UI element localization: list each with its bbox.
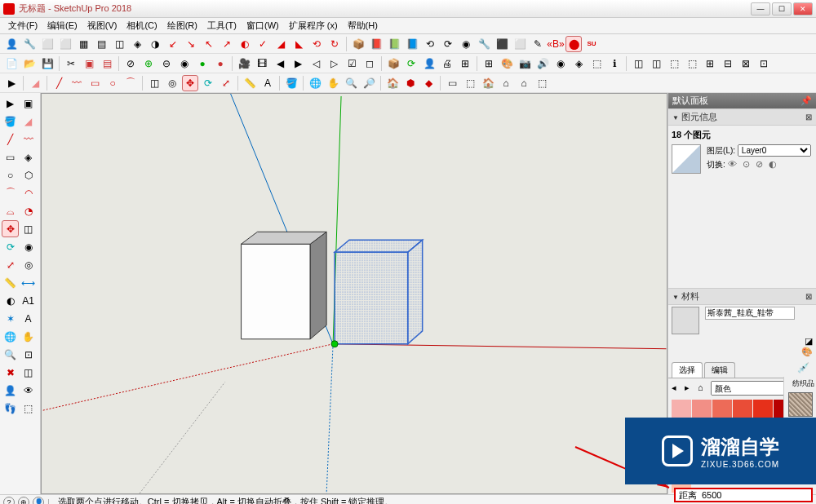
scale-tool[interactable]: ⤢: [2, 256, 19, 273]
scale-icon[interactable]: ⤢: [218, 75, 234, 91]
paint-icon[interactable]: 🪣: [283, 75, 299, 91]
close-icon[interactable]: ⊠: [805, 113, 812, 122]
move-icon[interactable]: ✥: [182, 75, 198, 91]
tool-icon[interactable]: 📕: [368, 36, 384, 52]
camera-icon[interactable]: 📷: [517, 55, 533, 72]
arc-tool[interactable]: ⌒: [2, 184, 19, 201]
cut-icon[interactable]: ✂: [63, 55, 79, 72]
tool-icon[interactable]: ⊘: [122, 55, 139, 72]
tool-icon[interactable]: ◻: [361, 55, 378, 72]
color-swatch[interactable]: [692, 400, 712, 418]
tool-icon[interactable]: ⌂: [516, 75, 532, 91]
eraser-icon[interactable]: ◢: [27, 75, 43, 91]
tool-icon[interactable]: 👤: [3, 36, 20, 52]
view-icon[interactable]: ⊡: [756, 55, 772, 72]
tool-icon[interactable]: 🏠: [384, 75, 401, 91]
freehand-tool[interactable]: 〰: [20, 130, 37, 148]
position-tool[interactable]: 👤: [2, 382, 19, 399]
tool-icon[interactable]: ◐: [237, 36, 253, 52]
tool-icon[interactable]: 🏠: [480, 75, 496, 91]
arc2-tool[interactable]: ◠: [20, 184, 37, 201]
entity-info-header[interactable]: ▼图元信息 ⊠: [668, 108, 816, 126]
tool-icon[interactable]: ⟲: [422, 36, 438, 52]
pie-tool[interactable]: ◔: [20, 202, 37, 219]
save-icon[interactable]: 💾: [39, 55, 55, 72]
tab-edit[interactable]: 编辑: [704, 362, 735, 378]
menu-extensions[interactable]: 扩展程序 (x): [284, 20, 343, 32]
menu-view[interactable]: 视图(V): [82, 20, 122, 32]
zoom-tool[interactable]: 🔍: [2, 346, 19, 363]
tool-icon[interactable]: 🔊: [534, 55, 551, 72]
menu-edit[interactable]: 编辑(E): [42, 20, 82, 32]
orbit-icon[interactable]: 🌐: [307, 75, 323, 91]
component-tool[interactable]: ▣: [20, 95, 37, 112]
tool-icon[interactable]: ◆: [420, 75, 437, 91]
menu-camera[interactable]: 相机(C): [122, 20, 162, 32]
polygon-tool[interactable]: ⬡: [20, 166, 37, 183]
offset-icon[interactable]: ◎: [164, 75, 180, 91]
color-swatch[interactable]: [672, 400, 691, 418]
orbit-tool[interactable]: 🌐: [2, 328, 19, 345]
print-icon[interactable]: 🖨: [439, 55, 455, 72]
tool-icon[interactable]: ▤: [93, 36, 109, 52]
color-swatch[interactable]: [753, 400, 773, 418]
current-material-swatch[interactable]: [672, 307, 699, 334]
tool-icon[interactable]: ◀: [272, 55, 288, 72]
tool-icon[interactable]: ⟳: [403, 55, 419, 72]
tool-icon[interactable]: ⌂: [498, 75, 514, 91]
tool-icon[interactable]: 🎥: [236, 55, 252, 72]
tool-icon[interactable]: ◉: [458, 36, 474, 52]
tool-icon[interactable]: ⊕: [140, 55, 157, 72]
text-tool[interactable]: A1: [20, 292, 37, 309]
tape-icon[interactable]: 📏: [242, 75, 258, 91]
pushpull-icon[interactable]: ◫: [146, 75, 162, 91]
axes-tool[interactable]: ✶: [2, 310, 19, 327]
tool-icon[interactable]: 📘: [404, 36, 420, 52]
tool-icon[interactable]: ◈: [129, 36, 145, 52]
tool-icon[interactable]: ◢: [273, 36, 289, 52]
tool-icon[interactable]: ☑: [344, 55, 360, 72]
tool-icon[interactable]: ▦: [75, 36, 91, 52]
new-icon[interactable]: 📄: [3, 55, 20, 72]
line-icon[interactable]: ╱: [51, 75, 67, 91]
tool-icon[interactable]: ▤: [99, 55, 115, 72]
tool-icon[interactable]: ▶: [290, 55, 306, 72]
tool-icon[interactable]: ⬛: [494, 36, 510, 52]
tool-icon[interactable]: «B»: [548, 36, 564, 52]
offset-tool[interactable]: ◎: [20, 256, 37, 273]
rotrect-tool[interactable]: ◈: [20, 148, 37, 166]
menu-file[interactable]: 文件(F): [3, 20, 42, 32]
color-swatch[interactable]: [733, 400, 752, 418]
color-swatch[interactable]: [712, 400, 732, 418]
close-button[interactable]: ✕: [793, 2, 813, 15]
pan-tool[interactable]: ✋: [20, 328, 37, 345]
tool-icon[interactable]: ◉: [176, 55, 193, 72]
paint-tool[interactable]: 🪣: [2, 113, 19, 130]
view-icon[interactable]: ⬚: [684, 55, 700, 72]
arc3-tool[interactable]: ⌓: [2, 202, 19, 219]
tray-header[interactable]: 默认面板 📌: [668, 93, 816, 108]
tool-icon[interactable]: 📗: [386, 36, 402, 52]
tool-icon[interactable]: ↘: [183, 36, 199, 52]
user-icon[interactable]: 👤: [33, 497, 44, 505]
arc-icon[interactable]: ⌒: [122, 75, 139, 91]
eyedropper-icon[interactable]: 💉: [794, 362, 813, 378]
tool-icon[interactable]: ◁: [308, 55, 324, 72]
measure-value[interactable]: 6500: [702, 490, 808, 500]
texture-swatch[interactable]: [788, 392, 813, 417]
protractor-tool[interactable]: ◐: [2, 292, 19, 309]
tool-icon[interactable]: ◈: [570, 55, 587, 72]
tool-icon[interactable]: ↻: [326, 36, 343, 52]
default-front-icon[interactable]: ◪: [805, 336, 813, 346]
tool-icon[interactable]: ●: [212, 55, 228, 72]
circle-icon[interactable]: ○: [104, 75, 121, 91]
tool-icon[interactable]: ◣: [290, 36, 307, 52]
rotate-tool[interactable]: ⟳: [2, 238, 19, 255]
zoom-icon[interactable]: 🔍: [343, 75, 359, 91]
menu-tools[interactable]: 工具(T): [202, 20, 242, 32]
help-icon[interactable]: ?: [3, 497, 15, 505]
line-tool[interactable]: ╱: [2, 130, 19, 148]
3dtext-tool[interactable]: A: [20, 310, 37, 327]
tool-icon[interactable]: 🔧: [21, 36, 38, 52]
materials-header[interactable]: ▼材料 ⊠: [668, 288, 816, 305]
